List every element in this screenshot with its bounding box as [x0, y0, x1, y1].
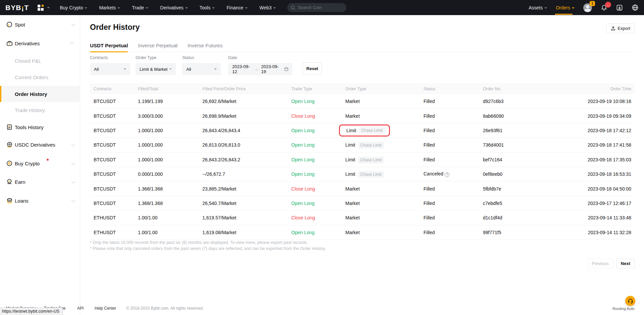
sidebar-item-tools-history[interactable]: Tools History	[0, 120, 80, 135]
cell-order-no: d1c1df4d	[483, 215, 543, 220]
order-type-label: Market	[345, 215, 360, 220]
nav-assets[interactable]: Assets	[529, 5, 547, 10]
contracts-select[interactable]: All	[90, 63, 130, 75]
chevron-down-icon	[544, 7, 547, 9]
cell-trade-type: Open Long	[291, 171, 345, 177]
nav-tools[interactable]: Tools	[200, 5, 215, 10]
cell-filled-price: --/26,672.7	[202, 171, 291, 177]
order-type-label: Limit	[345, 142, 355, 148]
cell-order-no: 736d4001	[483, 142, 543, 148]
language-button[interactable]	[632, 4, 639, 11]
table-body: BTCUSDT1.199/1.19926,692.6/MarketOpen Lo…	[90, 94, 635, 240]
avatar-badge: 1	[590, 1, 595, 6]
chevron-down-icon	[71, 142, 76, 146]
support-chat-button[interactable]	[625, 296, 635, 306]
cell-status: Filled	[424, 99, 483, 104]
table-row: BTCUSDT1.000/1.00026,813.0/26,813.0Open …	[90, 138, 635, 152]
cell-order-time: 2023-09-18 17:41:58	[543, 142, 635, 148]
order-type-label: Market	[345, 230, 360, 235]
main-content: Order History Export USDT Perpetual Inve…	[80, 15, 644, 315]
reset-button[interactable]: Reset	[303, 62, 322, 74]
nav-finance[interactable]: Finance	[227, 5, 248, 10]
cell-trade-type: Close Long	[291, 113, 345, 119]
tab-inverse-futures[interactable]: Inverse Futures	[188, 41, 222, 52]
nav-menus: Buy Crypto Markets Trade Derivatives Too…	[60, 5, 276, 10]
status-select[interactable]: All	[182, 63, 221, 75]
cell-trade-type: Open Long	[291, 157, 345, 162]
nav-orders[interactable]: Orders	[556, 5, 575, 10]
order-type-label: Limit	[345, 157, 355, 162]
nav-web3[interactable]: Web3	[259, 5, 276, 10]
column-header: Order Type	[345, 87, 424, 91]
table-row: BTCUSDT1.368/1.36823,885.2/MarketClose L…	[90, 181, 635, 196]
status-label: Filled	[424, 201, 435, 206]
coin-search-box[interactable]	[287, 3, 346, 12]
cell-order-type: Market	[345, 215, 424, 220]
sidebar-item-closed-pnl[interactable]: Closed P&L	[0, 53, 80, 68]
cell-filled-price: 23,885.2/Market	[202, 186, 291, 192]
sidebar-item-usdc-derivatives[interactable]: USDC Derivatives	[0, 137, 80, 152]
tab-inverse-perpetual[interactable]: Inverse Perpetual	[138, 41, 178, 52]
cell-order-type: LimitChase Limit	[345, 157, 424, 162]
table-row: BTCUSDT1.000/1.00026,843.4/26,843.4Open …	[90, 123, 635, 138]
order-type-label: Limit	[345, 171, 355, 177]
cell-contracts: BTCUSDT	[90, 171, 138, 177]
footer-api[interactable]: API	[77, 306, 84, 311]
sidebar-item-order-history[interactable]: Order History	[0, 86, 80, 102]
new-badge-dot	[47, 159, 49, 161]
contracts-filter: Contracts All	[90, 55, 130, 75]
globe-icon	[632, 4, 639, 11]
nav-buy-crypto[interactable]: Buy Crypto	[60, 5, 87, 10]
table-footnotes: * Only the latest 10,000 records from th…	[90, 240, 326, 252]
notifications-button[interactable]: …	[601, 4, 607, 11]
sidebar-item-current-orders[interactable]: Current Orders	[0, 70, 80, 85]
cell-order-type: LimitChase Limit	[345, 142, 424, 148]
footer-help-center[interactable]: Help Center	[95, 306, 116, 311]
cell-order-no: 0ef8eeb0	[483, 171, 543, 177]
sidebar-item-derivatives[interactable]: Derivatives	[0, 36, 80, 51]
search-input[interactable]	[298, 5, 341, 10]
cell-status: Filled	[424, 113, 483, 119]
cell-filled-price: 1,619.57/Market	[202, 215, 291, 220]
status-label: Filled	[424, 142, 435, 148]
tab-usdt-perpetual[interactable]: USDT Perpetual	[90, 41, 128, 52]
bybit-logo[interactable]: BYBT	[5, 4, 29, 12]
cell-order-no: 99f771f5	[483, 230, 543, 235]
sidebar-item-spot[interactable]: Spot	[0, 17, 80, 32]
cell-order-no: c7ebdfe5	[483, 201, 543, 206]
sidebar-item-earn[interactable]: Earn	[0, 174, 80, 189]
chevron-down-icon	[245, 7, 248, 9]
sidebar-item-buy-crypto[interactable]: Buy Crypto	[0, 156, 80, 171]
account-avatar[interactable]: 1	[583, 3, 592, 12]
cell-trade-type: Open Long	[291, 128, 345, 133]
order-type-select[interactable]: Limit & Market	[136, 63, 176, 75]
filter-bar: Contracts All Order Type Limit & Market …	[90, 55, 635, 79]
question-info-icon[interactable]: ?	[445, 172, 449, 177]
chase-limit-tag: Chase Limit	[358, 171, 384, 178]
download-app-button[interactable]	[616, 4, 623, 11]
table-row: BTCUSDT1.000/1.00026,843.2/26,843.2Open …	[90, 153, 635, 167]
chase-limit-tag: Chase Limit	[358, 157, 384, 163]
notification-badge: …	[605, 2, 611, 8]
nav-markets[interactable]: Markets	[99, 5, 120, 10]
nav-trade[interactable]: Trade	[132, 5, 148, 10]
apps-grid-icon[interactable]	[38, 5, 50, 11]
sidebar-item-trade-history[interactable]: Trade History	[0, 103, 80, 117]
nav-derivatives[interactable]: Derivatives	[160, 5, 188, 10]
cell-filled-price: 26,813.0/26,813.0	[202, 142, 291, 148]
date-from: 2023-09-12	[232, 64, 252, 74]
sidebar-item-loans[interactable]: Loans	[0, 193, 80, 208]
usdc-derivatives-icon	[6, 141, 13, 148]
status-label: Filled	[424, 99, 435, 104]
status-label: Filled	[424, 128, 435, 133]
cell-order-type: LimitChase Limit	[345, 171, 424, 177]
previous-page-button[interactable]: Previous	[587, 259, 613, 268]
nav-right-cluster: Assets Orders 1 …	[529, 3, 639, 12]
cell-order-no: d927c6b3	[483, 99, 543, 104]
date-range-picker[interactable]: 2023-09-12 → 2023-09-19	[228, 63, 292, 75]
export-button[interactable]: Export	[606, 23, 635, 33]
status-label: Canceled	[424, 171, 443, 176]
cell-filled-price: 26,692.6/Market	[202, 99, 291, 104]
next-page-button[interactable]: Next	[616, 259, 635, 268]
chevron-down-icon	[71, 22, 76, 26]
